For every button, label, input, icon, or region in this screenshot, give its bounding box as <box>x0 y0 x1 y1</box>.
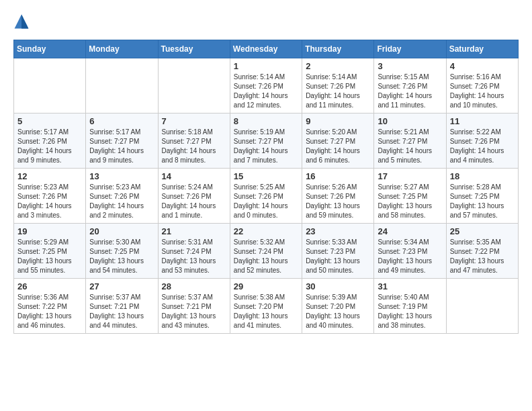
calendar-cell: 11Sunrise: 5:22 AM Sunset: 7:26 PM Dayli… <box>446 113 518 169</box>
calendar-week-3: 12Sunrise: 5:23 AM Sunset: 7:26 PM Dayli… <box>14 169 519 224</box>
calendar-cell: 8Sunrise: 5:19 AM Sunset: 7:27 PM Daylig… <box>230 113 302 169</box>
day-number: 29 <box>234 281 298 291</box>
day-number: 28 <box>162 281 226 291</box>
calendar-cell: 12Sunrise: 5:23 AM Sunset: 7:26 PM Dayli… <box>14 169 86 224</box>
svg-marker-1 <box>21 15 28 29</box>
day-info: Sunrise: 5:38 AM Sunset: 7:20 PM Dayligh… <box>234 293 298 330</box>
calendar-cell: 7Sunrise: 5:18 AM Sunset: 7:27 PM Daylig… <box>158 113 230 169</box>
day-number: 30 <box>306 281 370 291</box>
day-info: Sunrise: 5:15 AM Sunset: 7:26 PM Dayligh… <box>378 73 442 110</box>
calendar-cell: 2Sunrise: 5:14 AM Sunset: 7:26 PM Daylig… <box>302 58 374 113</box>
calendar-cell: 28Sunrise: 5:37 AM Sunset: 7:21 PM Dayli… <box>158 279 230 334</box>
calendar-cell: 4Sunrise: 5:16 AM Sunset: 7:26 PM Daylig… <box>446 58 518 113</box>
day-info: Sunrise: 5:23 AM Sunset: 7:26 PM Dayligh… <box>89 183 154 220</box>
day-number: 2 <box>306 61 370 71</box>
day-number: 7 <box>162 116 226 126</box>
day-number: 26 <box>17 281 82 291</box>
calendar-cell: 10Sunrise: 5:21 AM Sunset: 7:27 PM Dayli… <box>374 113 446 169</box>
calendar-cell <box>86 58 158 113</box>
day-number: 9 <box>306 116 370 126</box>
calendar-cell: 18Sunrise: 5:28 AM Sunset: 7:25 PM Dayli… <box>446 169 518 224</box>
calendar-cell: 25Sunrise: 5:35 AM Sunset: 7:22 PM Dayli… <box>446 224 518 279</box>
day-number: 8 <box>234 116 298 126</box>
day-number: 17 <box>378 171 442 181</box>
weekday-header-sunday: Sunday <box>14 40 86 58</box>
calendar-week-2: 5Sunrise: 5:17 AM Sunset: 7:26 PM Daylig… <box>14 113 519 169</box>
day-number: 10 <box>378 116 442 126</box>
day-number: 11 <box>450 116 515 126</box>
calendar-cell: 26Sunrise: 5:36 AM Sunset: 7:22 PM Dayli… <box>14 279 86 334</box>
day-info: Sunrise: 5:39 AM Sunset: 7:20 PM Dayligh… <box>306 293 370 330</box>
day-info: Sunrise: 5:40 AM Sunset: 7:19 PM Dayligh… <box>378 293 442 330</box>
calendar-week-1: 1Sunrise: 5:14 AM Sunset: 7:26 PM Daylig… <box>14 58 519 113</box>
logo-icon <box>13 13 30 30</box>
weekday-header-friday: Friday <box>374 40 446 58</box>
day-number: 1 <box>234 61 298 71</box>
day-info: Sunrise: 5:16 AM Sunset: 7:26 PM Dayligh… <box>450 73 515 110</box>
calendar-cell: 6Sunrise: 5:17 AM Sunset: 7:27 PM Daylig… <box>86 113 158 169</box>
day-number: 4 <box>450 61 515 71</box>
day-number: 25 <box>450 226 515 236</box>
calendar-cell: 17Sunrise: 5:27 AM Sunset: 7:25 PM Dayli… <box>374 169 446 224</box>
weekday-header-thursday: Thursday <box>302 40 374 58</box>
day-info: Sunrise: 5:29 AM Sunset: 7:25 PM Dayligh… <box>17 238 82 275</box>
day-info: Sunrise: 5:32 AM Sunset: 7:24 PM Dayligh… <box>234 238 298 275</box>
day-number: 16 <box>306 171 370 181</box>
weekday-header-saturday: Saturday <box>446 40 518 58</box>
calendar-header: SundayMondayTuesdayWednesdayThursdayFrid… <box>14 40 519 58</box>
calendar-week-4: 19Sunrise: 5:29 AM Sunset: 7:25 PM Dayli… <box>14 224 519 279</box>
calendar-cell <box>158 58 230 113</box>
weekday-header-tuesday: Tuesday <box>158 40 230 58</box>
day-number: 21 <box>162 226 226 236</box>
weekday-header-monday: Monday <box>86 40 158 58</box>
day-number: 5 <box>17 116 82 126</box>
day-number: 18 <box>450 171 515 181</box>
day-info: Sunrise: 5:37 AM Sunset: 7:21 PM Dayligh… <box>89 293 154 330</box>
calendar-cell: 15Sunrise: 5:25 AM Sunset: 7:26 PM Dayli… <box>230 169 302 224</box>
calendar-cell: 30Sunrise: 5:39 AM Sunset: 7:20 PM Dayli… <box>302 279 374 334</box>
day-info: Sunrise: 5:35 AM Sunset: 7:22 PM Dayligh… <box>450 238 515 275</box>
day-number: 6 <box>89 116 154 126</box>
day-info: Sunrise: 5:30 AM Sunset: 7:25 PM Dayligh… <box>89 238 154 275</box>
day-info: Sunrise: 5:22 AM Sunset: 7:26 PM Dayligh… <box>450 128 515 165</box>
day-info: Sunrise: 5:37 AM Sunset: 7:21 PM Dayligh… <box>162 293 226 330</box>
calendar-cell: 27Sunrise: 5:37 AM Sunset: 7:21 PM Dayli… <box>86 279 158 334</box>
weekday-header-wednesday: Wednesday <box>230 40 302 58</box>
calendar-cell: 9Sunrise: 5:20 AM Sunset: 7:27 PM Daylig… <box>302 113 374 169</box>
day-info: Sunrise: 5:28 AM Sunset: 7:25 PM Dayligh… <box>450 183 515 220</box>
calendar-body: 1Sunrise: 5:14 AM Sunset: 7:26 PM Daylig… <box>14 58 519 334</box>
day-number: 19 <box>17 226 82 236</box>
calendar-cell: 24Sunrise: 5:34 AM Sunset: 7:23 PM Dayli… <box>374 224 446 279</box>
day-info: Sunrise: 5:26 AM Sunset: 7:26 PM Dayligh… <box>306 183 370 220</box>
calendar-cell: 1Sunrise: 5:14 AM Sunset: 7:26 PM Daylig… <box>230 58 302 113</box>
day-number: 23 <box>306 226 370 236</box>
day-info: Sunrise: 5:31 AM Sunset: 7:24 PM Dayligh… <box>162 238 226 275</box>
day-info: Sunrise: 5:14 AM Sunset: 7:26 PM Dayligh… <box>234 73 298 110</box>
day-number: 22 <box>234 226 298 236</box>
day-number: 15 <box>234 171 298 181</box>
calendar-cell: 22Sunrise: 5:32 AM Sunset: 7:24 PM Dayli… <box>230 224 302 279</box>
day-number: 31 <box>378 281 442 291</box>
calendar-cell: 14Sunrise: 5:24 AM Sunset: 7:26 PM Dayli… <box>158 169 230 224</box>
day-info: Sunrise: 5:20 AM Sunset: 7:27 PM Dayligh… <box>306 128 370 165</box>
day-info: Sunrise: 5:17 AM Sunset: 7:26 PM Dayligh… <box>17 128 82 165</box>
day-number: 24 <box>378 226 442 236</box>
day-info: Sunrise: 5:25 AM Sunset: 7:26 PM Dayligh… <box>234 183 298 220</box>
calendar-cell: 19Sunrise: 5:29 AM Sunset: 7:25 PM Dayli… <box>14 224 86 279</box>
logo <box>13 13 32 30</box>
day-info: Sunrise: 5:17 AM Sunset: 7:27 PM Dayligh… <box>89 128 154 165</box>
calendar-week-5: 26Sunrise: 5:36 AM Sunset: 7:22 PM Dayli… <box>14 279 519 334</box>
day-number: 27 <box>89 281 154 291</box>
day-number: 14 <box>162 171 226 181</box>
calendar-cell <box>14 58 86 113</box>
day-info: Sunrise: 5:21 AM Sunset: 7:27 PM Dayligh… <box>378 128 442 165</box>
calendar-cell: 3Sunrise: 5:15 AM Sunset: 7:26 PM Daylig… <box>374 58 446 113</box>
calendar-cell: 16Sunrise: 5:26 AM Sunset: 7:26 PM Dayli… <box>302 169 374 224</box>
day-info: Sunrise: 5:23 AM Sunset: 7:26 PM Dayligh… <box>17 183 82 220</box>
day-info: Sunrise: 5:33 AM Sunset: 7:23 PM Dayligh… <box>306 238 370 275</box>
day-number: 3 <box>378 61 442 71</box>
day-info: Sunrise: 5:27 AM Sunset: 7:25 PM Dayligh… <box>378 183 442 220</box>
day-info: Sunrise: 5:36 AM Sunset: 7:22 PM Dayligh… <box>17 293 82 330</box>
day-number: 13 <box>89 171 154 181</box>
calendar-cell: 13Sunrise: 5:23 AM Sunset: 7:26 PM Dayli… <box>86 169 158 224</box>
